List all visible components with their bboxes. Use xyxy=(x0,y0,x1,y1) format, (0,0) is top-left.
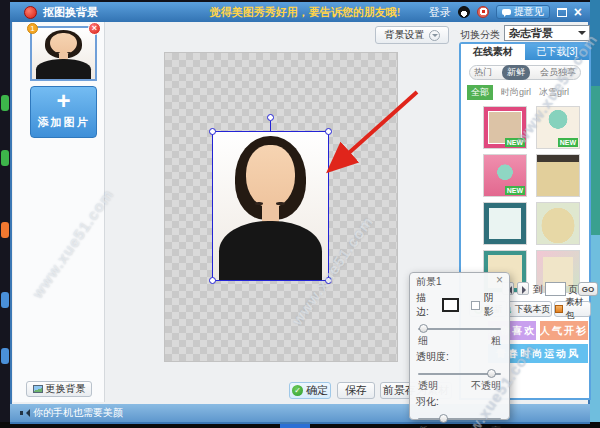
subtab-fresh[interactable]: 新鲜 xyxy=(502,65,530,80)
material-pack-button[interactable]: 素材包 xyxy=(554,301,591,317)
app-window: 抠图换背景 觉得美图秀秀好用，要告诉您的朋友哦! 登录 提意见 × 1 × xyxy=(10,2,590,424)
add-photo-button[interactable]: + 添加图片 xyxy=(30,86,97,138)
opacity-label: 透明度: xyxy=(410,348,509,364)
material-ice-cream-mint[interactable]: NEW xyxy=(483,154,527,197)
confirm-button[interactable]: ✓ 确定 xyxy=(289,382,331,399)
speaker-icon xyxy=(20,409,29,417)
promo-text: 觉得美图秀秀好用，要告诉您的朋友哦! xyxy=(200,5,410,20)
subtab-vip[interactable]: 会员独享 xyxy=(540,66,576,79)
tab-online-materials[interactable]: 在线素材 xyxy=(461,44,525,60)
app-logo-icon xyxy=(24,6,37,19)
minimize-icon[interactable] xyxy=(557,8,567,17)
subtab-group: 热门 新鲜 会员独享 xyxy=(469,65,581,80)
desktop-right-edge xyxy=(590,0,600,428)
page-number-input[interactable] xyxy=(545,282,566,296)
filter-ice-girl[interactable]: 冰雪girl xyxy=(539,86,569,99)
feather-slider-thumb[interactable] xyxy=(439,414,448,423)
shadow-checkbox[interactable] xyxy=(471,301,480,310)
resize-handle-top-right[interactable] xyxy=(325,128,332,135)
material-ice-cream-cream[interactable]: NEW xyxy=(536,106,580,149)
material-teal-frame[interactable] xyxy=(483,202,527,245)
panel-title: 前景1 xyxy=(416,275,442,289)
resize-handle-top-left[interactable] xyxy=(209,128,216,135)
download-page-button[interactable]: ↓ 下载本页 xyxy=(506,301,552,317)
opaque-label: 不透明 xyxy=(471,379,501,393)
subtab-hot[interactable]: 热门 xyxy=(474,66,492,79)
dock-icon-blue xyxy=(1,292,9,308)
dropdown-arrow-icon xyxy=(578,31,586,39)
page-unit-label: 页 xyxy=(568,283,578,297)
material-ice-cream-pink[interactable]: NEW xyxy=(483,106,527,149)
banner-popular-cardigan[interactable]: 人气开衫 xyxy=(540,321,588,340)
thin-label: 细 xyxy=(418,334,428,348)
title-bar: 抠图换背景 觉得美图秀秀好用，要告诉您的朋友哦! 登录 提意见 × xyxy=(10,2,590,22)
desktop-background: 抠图换背景 觉得美图秀秀好用，要告诉您的朋友哦! 登录 提意见 × 1 × xyxy=(0,0,600,428)
chevron-down-icon xyxy=(429,30,440,41)
switch-category-label: 切换分类 xyxy=(460,28,500,42)
tab-downloaded[interactable]: 已下载[3] xyxy=(525,44,589,60)
category-dropdown[interactable]: 杂志背景 xyxy=(504,25,590,41)
feather-label: 羽化: xyxy=(410,393,509,409)
photo-thumbnail-image xyxy=(32,28,95,79)
low-label: 低 xyxy=(418,424,428,428)
photo-sidebar: 1 × + 添加图片 更换背景 xyxy=(13,22,105,402)
image-icon xyxy=(33,385,43,393)
dock-icon-orange xyxy=(1,222,9,238)
rotation-stem xyxy=(270,121,271,131)
qq-icon[interactable] xyxy=(458,6,470,18)
stroke-color-swatch[interactable] xyxy=(442,298,459,312)
shadow-label: 阴影 xyxy=(484,291,503,319)
speech-bubble-icon xyxy=(502,9,511,15)
photo-count-badge: 1 xyxy=(27,23,38,34)
material-green-oval[interactable] xyxy=(536,202,580,245)
feedback-button[interactable]: 提意见 xyxy=(496,5,550,19)
selection-rectangle[interactable] xyxy=(212,131,329,281)
delete-photo-icon[interactable]: × xyxy=(88,22,101,35)
panel-close-icon[interactable]: × xyxy=(496,275,503,289)
window-title: 抠图换背景 xyxy=(43,5,98,20)
rotate-handle[interactable] xyxy=(267,114,274,121)
material-vintage-paper[interactable] xyxy=(536,154,580,197)
filter-all[interactable]: 全部 xyxy=(467,85,493,100)
filter-fashion-girl[interactable]: 时尚girl xyxy=(501,86,531,99)
opacity-slider[interactable] xyxy=(418,370,501,378)
dock-icon-green2 xyxy=(1,150,9,166)
save-button[interactable]: 保存 xyxy=(337,382,375,399)
go-button[interactable]: GO xyxy=(578,282,598,296)
close-icon[interactable]: × xyxy=(574,7,582,17)
high-label: 高 xyxy=(491,424,501,428)
stroke-slider-thumb[interactable] xyxy=(419,324,428,333)
package-icon xyxy=(555,305,563,313)
resize-handle-bottom-right[interactable] xyxy=(325,277,332,284)
next-page-button[interactable] xyxy=(517,282,529,295)
change-background-button[interactable]: 更换背景 xyxy=(26,381,92,397)
transparent-label: 透明 xyxy=(418,379,438,393)
status-text: 你的手机也需要美颜 xyxy=(33,406,123,420)
desktop-left-dock xyxy=(0,0,10,428)
photo-thumbnail[interactable]: 1 × xyxy=(30,26,97,81)
login-link[interactable]: 登录 xyxy=(429,5,451,20)
foreground-settings-panel: 前景1 × 描边: 阴影 细 粗 透明度: xyxy=(409,272,510,420)
filter-row: 全部 时尚girl 冰雪girl xyxy=(467,85,589,100)
to-label: 到 xyxy=(533,283,543,297)
weibo-icon[interactable] xyxy=(477,6,489,18)
stroke-width-slider[interactable] xyxy=(418,325,501,333)
resize-handle-bottom-left[interactable] xyxy=(209,277,216,284)
opacity-slider-thumb[interactable] xyxy=(487,369,496,378)
feather-slider[interactable] xyxy=(418,415,501,423)
plus-icon: + xyxy=(31,87,96,115)
check-icon: ✓ xyxy=(292,385,303,396)
dock-icon-blue2 xyxy=(1,348,9,364)
background-settings-button[interactable]: 背景设置 xyxy=(375,26,449,44)
thick-label: 粗 xyxy=(491,334,501,348)
dock-icon-green xyxy=(1,95,9,111)
stroke-label: 描边: xyxy=(416,291,438,319)
